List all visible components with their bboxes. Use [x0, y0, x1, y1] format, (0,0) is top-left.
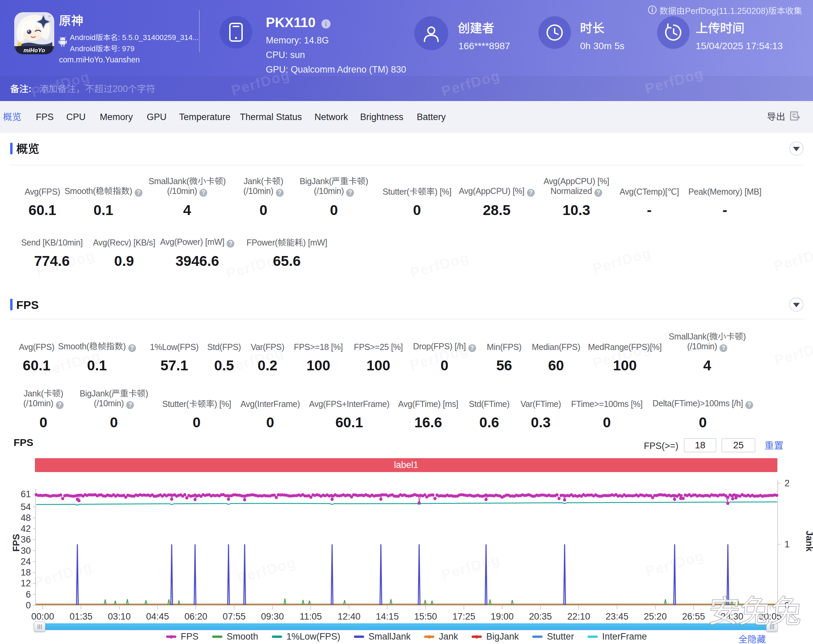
tab-network[interactable]: Network [314, 112, 348, 123]
metric-label: Std(FTime) [469, 399, 510, 409]
note-row[interactable]: : 200 [0, 76, 813, 101]
export-button[interactable] [767, 101, 801, 133]
metric-value: 0.3 [521, 414, 561, 431]
metric-value: 0 [300, 202, 368, 218]
help-icon[interactable]: ? [276, 189, 283, 197]
metric-value: 0 [23, 414, 64, 431]
svg-text:11:05: 11:05 [300, 612, 322, 622]
fps-chart[interactable]: 0612182430364248546101200:0001:3503:1004… [0, 473, 813, 624]
fps-metric-fps>25%: FPS>=25 [%]100 [354, 332, 403, 374]
legend-item-1%lowfps[interactable]: 1%Low(FPS) [272, 632, 340, 642]
legend-item-stutter[interactable]: Stutter [532, 632, 574, 642]
fps-metric-dropfpsh: Drop(FPS) [/h]?0 [413, 332, 476, 374]
legend-label: SmallJank [369, 632, 411, 642]
help-icon[interactable]: ? [128, 344, 136, 352]
header-divider [199, 10, 200, 52]
metric-label: Normalized? [544, 186, 609, 197]
metric-label-wrap: Avg(FPS+InterFrame) [309, 389, 389, 409]
svg-text:01:35: 01:35 [69, 612, 93, 622]
help-icon[interactable]: ? [346, 189, 354, 197]
help-icon[interactable]: ? [135, 189, 142, 197]
tab-temperature[interactable]: Temperature [179, 112, 231, 123]
metric-label-text: Jank() [23, 389, 63, 398]
tab-fps[interactable]: FPS [36, 112, 54, 123]
metric-label-text: Peak(Memory) [MB] [688, 187, 761, 196]
metric-label: Avg(InterFrame) [240, 399, 300, 409]
legend-item-jank[interactable]: Jank [424, 632, 458, 642]
legend-item-smalljank[interactable]: SmallJank [354, 632, 411, 642]
fps-metric-avgfps: Avg(FPS)60.1 [19, 332, 55, 374]
legend-item-interframe[interactable]: InterFrame [588, 632, 647, 642]
datazoom-left-handle[interactable] [34, 622, 46, 632]
tab-memory[interactable]: Memory [100, 112, 133, 123]
chart-annotation-bar[interactable]: label1 [35, 458, 778, 472]
metric-label-wrap: Stutter() [%] [383, 177, 451, 197]
metric-label-wrap: Avg(FTime) [ms] [398, 389, 458, 409]
help-icon[interactable]: ? [527, 189, 535, 197]
help-icon[interactable]: ? [746, 401, 753, 409]
fps-collapse-button[interactable] [789, 297, 804, 312]
datazoom-right-handle[interactable] [766, 622, 778, 632]
metric-label: FPower() [mW] [247, 238, 327, 248]
metric-label: Avg(FPS) [25, 187, 60, 197]
legend-item-bigjank[interactable]: BigJank [472, 632, 519, 642]
tab-thermal-status[interactable]: Thermal Status [240, 112, 302, 123]
collect-info-text: PerfDog(11.1.250208) [660, 6, 802, 16]
metric-label-text: (/10min) [23, 399, 54, 408]
svg-text:23:45: 23:45 [606, 612, 629, 622]
svg-text:0: 0 [26, 600, 31, 610]
legend-marker-icon [472, 636, 482, 638]
metric-label-text: Avg(CTemp)[℃] [619, 187, 679, 196]
svg-text:30:05: 30:05 [759, 612, 782, 622]
tab-overview[interactable] [3, 112, 21, 123]
tab-cpu[interactable]: CPU [66, 112, 86, 123]
fps-threshold-high-input[interactable] [721, 438, 755, 452]
metric-label-text: (/10min) [314, 186, 344, 196]
metric-label-text: Smooth() [58, 342, 126, 351]
help-icon[interactable]: ? [594, 189, 602, 197]
fps-divider [9, 319, 804, 319]
metric-label: Var(FPS) [251, 342, 284, 352]
help-icon[interactable]: ? [227, 240, 234, 248]
help-icon[interactable]: ? [199, 189, 207, 197]
legend-item-smooth[interactable]: Smooth [212, 632, 258, 642]
export-icon [789, 110, 801, 124]
tab-battery[interactable]: Battery [416, 112, 446, 123]
legend-marker-icon [272, 636, 282, 638]
metric-label-wrap: Std(FPS) [207, 332, 241, 352]
legend-ring-icon [170, 635, 173, 639]
hide-all-button[interactable] [738, 634, 766, 644]
metric-value: 65.6 [247, 253, 327, 269]
tab-brightness[interactable]: Brightness [360, 112, 403, 123]
device-info-icon[interactable] [322, 19, 331, 30]
metric-label-text: (/10min) [94, 399, 124, 408]
metric-value: 60 [532, 357, 580, 374]
overview-collapse-button[interactable] [789, 141, 804, 156]
help-icon[interactable]: ? [468, 344, 476, 352]
svg-text:09:30: 09:30 [261, 612, 284, 622]
metric-label-wrap: Std(FTime) [469, 389, 510, 409]
fps-threshold-low-input[interactable] [684, 438, 717, 452]
help-icon[interactable]: ? [720, 344, 727, 352]
metric-label-wrap: Send [KB/10min] [21, 228, 83, 248]
fps-metric-avgfpsinterframe: Avg(FPS+InterFrame)60.1 [309, 389, 389, 431]
help-icon[interactable]: ? [126, 401, 134, 409]
legend-marker-icon [212, 636, 222, 638]
fps-metric-fps>18%: FPS>=18 [%]100 [294, 332, 343, 374]
svg-text:07:55: 07:55 [223, 612, 246, 622]
metric-label-wrap: Var(FTime) [521, 389, 561, 409]
datazoom-scrollbar[interactable] [35, 623, 778, 630]
report-header: miHoYo Android: 5.5.0_31400259_314... An… [0, 0, 813, 101]
metric-value: 16.6 [398, 414, 458, 431]
legend-item-fps[interactable]: FPS [166, 632, 199, 642]
metric-value: 28.5 [459, 202, 535, 218]
reset-button[interactable] [764, 440, 784, 451]
legend-label: Stutter [547, 632, 574, 642]
android-version-name: Android: 5.5.0_31400259_314... [70, 33, 199, 42]
device-gpu: GPU: Qualcomm Adreno (TM) 830 [266, 64, 406, 75]
overview-metric-sendkb10min: Send [KB/10min]774.6 [21, 228, 83, 269]
legend-label: 1%Low(FPS) [286, 632, 340, 642]
help-icon[interactable]: ? [56, 401, 63, 409]
metric-label-wrap: BigJank()(/10min)? [300, 177, 368, 197]
tab-gpu[interactable]: GPU [147, 112, 167, 123]
